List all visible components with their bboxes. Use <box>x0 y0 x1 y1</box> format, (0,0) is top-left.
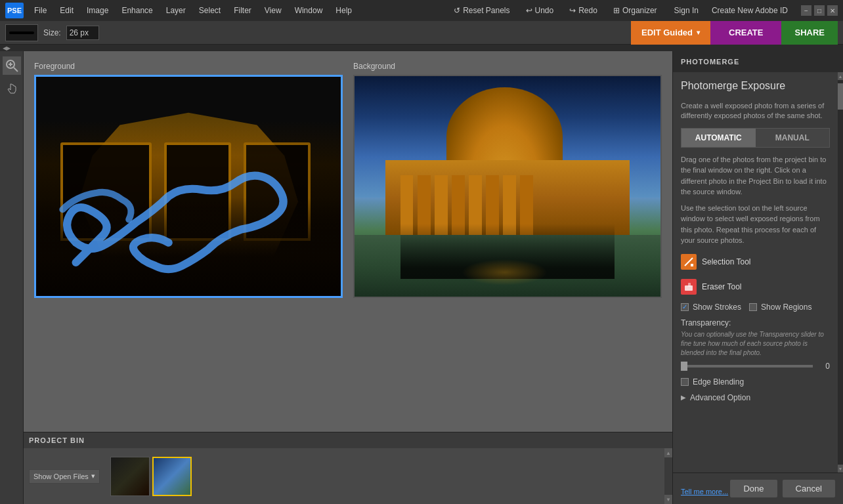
collapse-icon: ◀▶ <box>3 45 11 51</box>
collapse-bar[interactable]: ◀▶ <box>0 45 843 51</box>
redo-icon: ↪ <box>569 6 576 15</box>
bg-water-reflection <box>462 259 547 285</box>
background-label: Background <box>353 62 662 71</box>
reset-icon: ↺ <box>454 6 460 15</box>
menu-enhance[interactable]: Enhance <box>119 5 155 16</box>
advanced-option-row[interactable]: ▶ Advanced Option <box>681 393 830 402</box>
reset-panels-button[interactable]: ↺ Reset Panels <box>450 5 513 16</box>
undo-icon: ↩ <box>526 6 532 15</box>
redo-button[interactable]: ↪ Redo <box>565 5 601 16</box>
menu-layer[interactable]: Layer <box>163 5 188 16</box>
hand-tool[interactable] <box>3 80 21 98</box>
selection-tool-label: Selection Tool <box>702 257 751 266</box>
show-regions-checkbox[interactable] <box>749 303 757 311</box>
project-bin-header: PROJECT BIN <box>24 432 672 448</box>
show-open-files-dropdown[interactable]: Show Open Files ▾ <box>29 469 100 484</box>
right-panel-body: Photomerge Exposure Create a well expose… <box>673 72 838 472</box>
background-panel: Background <box>353 62 662 421</box>
scroll-down-button[interactable]: ▼ <box>838 465 843 472</box>
panel-description: Create a well exposed photo from a serie… <box>681 101 830 121</box>
show-strokes-label: Show Strokes <box>693 303 741 312</box>
toolbar: Size: EDIT Guided ▾ CREATE SHARE <box>0 21 843 45</box>
chevron-down-icon: ▾ <box>91 472 95 480</box>
tab-create[interactable]: CREATE <box>710 21 781 45</box>
size-input[interactable] <box>66 26 99 40</box>
background-frame[interactable] <box>353 75 662 298</box>
menu-filter[interactable]: Filter <box>231 5 254 16</box>
show-strokes-checkbox[interactable] <box>681 303 689 311</box>
thumbnail-evening[interactable] <box>152 457 192 496</box>
thumbnail-strip <box>110 457 192 496</box>
close-button[interactable]: ✕ <box>827 5 838 16</box>
transparency-value: 0 <box>817 362 830 371</box>
instructions-text: Drag one of the photos from the project … <box>681 154 830 246</box>
tab-manual[interactable]: MANUAL <box>756 129 830 147</box>
maximize-button[interactable]: □ <box>814 5 825 16</box>
menu-edit[interactable]: Edit <box>57 5 76 16</box>
thumbnail-dark[interactable] <box>110 457 150 496</box>
done-button[interactable]: Done <box>730 480 777 497</box>
organizer-button[interactable]: ⊞ Organizer <box>609 5 661 16</box>
advanced-option-label: Advanced Option <box>690 393 750 402</box>
panel-title: Photomerge Exposure <box>681 80 830 92</box>
eraser-tool-label: Eraser Tool <box>702 282 741 291</box>
menu-select[interactable]: Select <box>196 5 223 16</box>
tab-automatic[interactable]: AUTOMATIC <box>681 129 756 147</box>
selection-tool-icon <box>681 254 697 270</box>
tell-more-link[interactable]: Tell me more... <box>681 488 728 495</box>
menu-image[interactable]: Image <box>84 5 111 16</box>
transparency-slider[interactable] <box>681 365 813 368</box>
edge-blending-row[interactable]: Edge Blending <box>681 377 830 387</box>
expand-arrow-icon[interactable]: ▶ <box>681 394 686 401</box>
sign-in-link[interactable]: Sign In <box>674 6 699 15</box>
project-bin: PROJECT BIN Show Open Files ▾ <box>24 432 672 504</box>
bin-scrollbar: ▲ ▼ <box>664 448 672 504</box>
project-bin-label: PROJECT BIN <box>29 436 85 444</box>
menu-help[interactable]: Help <box>333 5 355 16</box>
foreground-panel: Foreground <box>34 62 343 421</box>
scroll-thumb[interactable] <box>838 83 843 110</box>
chevron-down-icon: ▾ <box>697 29 700 36</box>
scroll-up-button[interactable]: ▲ <box>838 72 843 80</box>
fg-people-overlay <box>36 198 341 296</box>
bin-scroll-down[interactable]: ▼ <box>664 495 672 504</box>
cancel-button[interactable]: Cancel <box>783 480 835 497</box>
thumb-dark-image <box>111 457 149 495</box>
show-regions-label: Show Regions <box>761 303 811 312</box>
show-regions-row[interactable]: Show Regions <box>749 303 811 312</box>
show-strokes-row[interactable]: Show Strokes <box>681 303 741 312</box>
edge-blending-label: Edge Blending <box>693 377 744 387</box>
zoom-icon <box>5 59 18 72</box>
svg-rect-7 <box>688 283 691 287</box>
right-panel-scrollbar: ▲ ▼ <box>838 72 843 472</box>
transparency-slider-row: 0 <box>681 362 830 371</box>
app-logo: PSE <box>5 3 24 18</box>
hand-icon <box>5 83 18 96</box>
menu-window[interactable]: Window <box>292 5 326 16</box>
eraser-tool-row[interactable]: Eraser Tool <box>681 278 830 296</box>
photo-panels: Foreground <box>24 51 672 432</box>
edge-blending-checkbox[interactable] <box>681 378 689 386</box>
minimize-button[interactable]: − <box>801 5 811 16</box>
window-controls: − □ ✕ <box>801 5 838 16</box>
scroll-track <box>838 80 843 465</box>
tab-edit-guided[interactable]: EDIT Guided ▾ <box>631 21 710 45</box>
tab-share[interactable]: SHARE <box>781 21 838 45</box>
menu-file[interactable]: File <box>32 5 49 16</box>
transparency-thumb[interactable] <box>681 362 687 371</box>
selection-tool-row[interactable]: Selection Tool <box>681 253 830 271</box>
create-adobe-id-link[interactable]: Create New Adobe ID <box>712 6 788 15</box>
options-row: Show Strokes Show Regions <box>681 303 830 312</box>
zoom-tool[interactable] <box>3 56 21 75</box>
right-panel-header: PHOTOMERGE <box>673 51 843 72</box>
foreground-photo <box>36 77 341 296</box>
right-panel: PHOTOMERGE Photomerge Exposure Create a … <box>672 51 843 504</box>
transparency-label: Transparency: <box>681 318 830 327</box>
bin-scroll-up[interactable]: ▲ <box>664 448 672 457</box>
menu-view[interactable]: View <box>262 5 284 16</box>
svg-line-1 <box>14 68 18 72</box>
undo-button[interactable]: ↩ Undo <box>522 5 558 16</box>
transparency-section: Transparency: You can optionally use the… <box>681 318 830 371</box>
organizer-icon: ⊞ <box>613 6 620 15</box>
foreground-frame[interactable] <box>34 75 343 298</box>
